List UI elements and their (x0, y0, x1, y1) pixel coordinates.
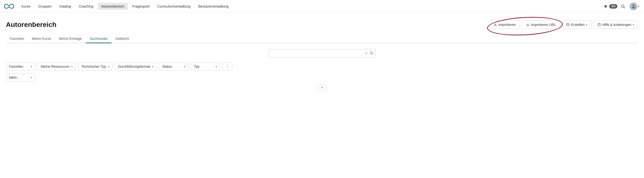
filter-mehr[interactable]: Mehr... ▾ (6, 74, 35, 82)
import-url-label: Importieren URL (531, 23, 556, 27)
filter-mehr-chevron: ▾ (31, 76, 32, 79)
filter-technischer-typ[interactable]: Technischer Typ ▾ (78, 62, 112, 70)
filter-durchfuehrungsformat-chevron: ▾ (152, 65, 153, 68)
filter-status[interactable]: Status ▾ (159, 62, 188, 70)
svg-point-10 (370, 52, 372, 54)
filter-meine-ressourcen-label: Meine Ressourcen (41, 64, 70, 68)
filter-technischer-typ-chevron: ▾ (108, 65, 109, 68)
tab-suchmaske[interactable]: Suchmaske (86, 35, 112, 43)
search-submit-button[interactable] (368, 50, 374, 57)
avatar (630, 2, 638, 10)
create-button[interactable]: Erstellen ▾ (562, 20, 591, 29)
page-header: Autorenbereich Importieren Importieren (6, 20, 638, 29)
svg-line-11 (372, 54, 373, 55)
filter-durchfuehrungsformat-label: Durchführungsformat (118, 64, 150, 68)
nav-item-coaching[interactable]: Coaching (76, 3, 97, 10)
svg-point-2 (632, 4, 634, 6)
search-icon-button[interactable] (620, 3, 626, 10)
tab-meine-kurse[interactable]: Meine Kurse (28, 35, 55, 43)
help-button[interactable]: Hilfe & Anleitungen ▾ (594, 20, 638, 29)
svg-line-1 (624, 7, 625, 8)
import-button[interactable]: Importieren (490, 20, 520, 29)
filter-status-chevron: ▾ (184, 65, 185, 68)
nav-item-kurse[interactable]: Kurse (18, 3, 34, 10)
tab-geloescht[interactable]: Gelöscht (112, 35, 133, 43)
search-clear-button[interactable]: × (365, 51, 368, 56)
filter-favoriten[interactable]: Favoriten ▾ (6, 62, 35, 70)
search-row: × (6, 49, 638, 58)
more-options-button[interactable]: ⋮ (222, 62, 232, 71)
tab-bar: Favoriten Meine Kurse Meine Einträge Suc… (6, 35, 638, 43)
page-title: Autorenbereich (6, 21, 56, 28)
nav-item-gruppen[interactable]: Gruppen (35, 3, 55, 10)
help-chevron-icon: ▾ (633, 24, 634, 26)
create-chevron-icon: ▾ (586, 24, 587, 26)
import-url-button[interactable]: Importieren URL (522, 20, 560, 29)
filter-mehr-label: Mehr... (9, 76, 20, 80)
nav-item-fragenpool[interactable]: Fragenpool (129, 3, 153, 10)
nav-item-katalog[interactable]: Katalog (56, 3, 74, 10)
nav-item-benutzerverwaltung[interactable]: Benutzerverwaltung (195, 3, 232, 10)
filter-typ-label: Typ (194, 64, 200, 68)
header-actions: Importieren Importieren URL Erstellen ▾ (490, 20, 638, 29)
nav-item-autorenbereich[interactable]: Autorenbereich (98, 3, 128, 10)
app-logo[interactable] (4, 2, 14, 10)
filter-meine-ressourcen[interactable]: Meine Ressourcen ▾ (38, 62, 76, 70)
filter-row: Favoriten ▾ Meine Ressourcen ▾ Technisch… (6, 62, 638, 71)
tab-meine-eintraege[interactable]: Meine Einträge (55, 35, 86, 43)
mehr-row: Mehr... ▾ (6, 74, 638, 82)
create-label: Erstellen (571, 23, 584, 27)
search-box: × (268, 49, 376, 58)
top-navigation: Kurse Gruppen Katalog Coaching Autorenbe… (0, 0, 644, 13)
tab-favoriten[interactable]: Favoriten (6, 35, 28, 43)
import-label: Importieren (498, 23, 516, 27)
filter-technischer-typ-label: Technischer Typ (82, 64, 106, 68)
filter-durchfuehrungsformat[interactable]: Durchführungsformat ▾ (115, 62, 157, 70)
nav-item-curriculumverwaltung[interactable]: Curriculumverwaltung (154, 3, 194, 10)
filter-typ[interactable]: Typ ▾ (191, 62, 220, 70)
filter-typ-chevron: ▾ (216, 65, 217, 68)
filter-favoriten-label: Favoriten (9, 64, 23, 68)
filter-status-label: Status (162, 64, 172, 68)
user-avatar-button[interactable]: ▾ (628, 2, 640, 11)
topnav-right-area: 0/3 ▾ (604, 2, 640, 11)
svg-point-0 (622, 5, 624, 8)
collapse-row: ∧ (6, 84, 638, 90)
help-label: Hilfe & Anleitungen (602, 23, 631, 27)
notification-badge: 0/3 (609, 4, 617, 8)
filter-favoriten-chevron: ▾ (31, 65, 32, 68)
main-content: Autorenbereich Importieren Importieren (0, 13, 644, 94)
status-indicator (604, 5, 607, 8)
search-input[interactable] (268, 49, 376, 58)
filter-meine-ressourcen-chevron: ▾ (72, 65, 72, 68)
collapse-button[interactable]: ∧ (317, 84, 327, 90)
